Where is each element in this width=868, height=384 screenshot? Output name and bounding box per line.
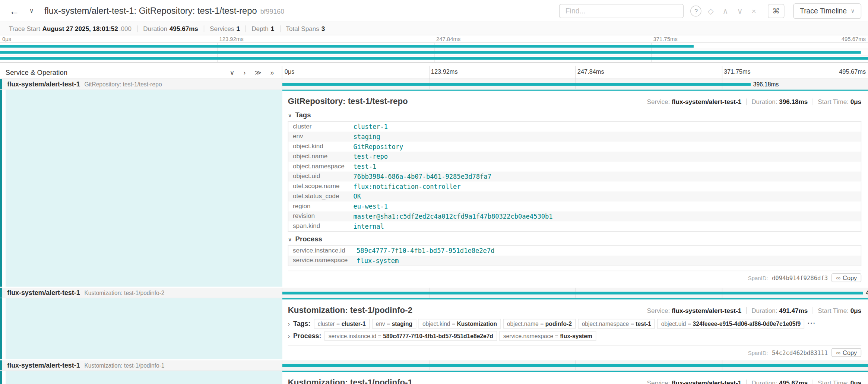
- span-name-cell[interactable]: flux-system/alert-test-1 GitRepository: …: [0, 79, 282, 89]
- minimap-span-bar: [0, 51, 861, 54]
- duration-label: Duration:: [751, 380, 777, 384]
- trace-timeline-page: ← ∨ flux-system/alert-test-1: GitReposit…: [0, 0, 868, 384]
- minimap-span-bar: [0, 57, 868, 60]
- timeline-ruler: 0μs 123.92ms 247.84ms 371.75ms 495.67ms: [282, 66, 868, 79]
- span-bar-cell[interactable]: 491.47ms: [282, 288, 868, 298]
- tag-row: otel.status_codeOK: [288, 191, 861, 201]
- tag-value: internal: [349, 221, 861, 231]
- chip-value: 589c4777-7f10-4fb1-bd57-951d1e8e2e7d: [383, 333, 493, 339]
- keyboard-shortcuts-icon[interactable]: ⌘: [768, 4, 785, 18]
- process-table: service.instance.id589c4777-7f10-4fb1-bd…: [288, 245, 861, 266]
- tag-chip: object.namespace=test-1: [578, 319, 655, 329]
- span-bar[interactable]: [282, 364, 868, 366]
- prev-result-icon[interactable]: ∧: [720, 5, 731, 16]
- ruler-tick: 495.67ms: [839, 68, 866, 75]
- collapse-one-icon[interactable]: ∨: [230, 69, 235, 76]
- service-label: Service:: [647, 307, 670, 314]
- summary-item-value: 1: [271, 25, 275, 32]
- span-duration-label: 491.47ms: [866, 289, 868, 296]
- copy-spanid-button[interactable]: ∞ Copy: [832, 273, 862, 282]
- service-value: flux-system/alert-test-1: [672, 307, 741, 314]
- span-row[interactable]: flux-system/alert-test-1 Kustomization: …: [0, 360, 868, 371]
- trace-timeline-dropdown[interactable]: Trace Timeline ∨: [793, 3, 861, 19]
- tags-section-toggle[interactable]: ∨ Tags: [288, 111, 861, 119]
- minimap-canvas[interactable]: [0, 42, 868, 62]
- span-operation-name: GitRepository: test-1/test-repo: [84, 81, 162, 88]
- chip-value: 324feeee-e915-4d06-af86-0d0e7c1e05f9: [693, 320, 801, 327]
- chevron-down-icon: ∨: [288, 112, 292, 118]
- tag-row: span.kindinternal: [288, 221, 861, 231]
- span-bar-cell[interactable]: 396.18ms: [282, 79, 868, 89]
- clear-search-icon[interactable]: ×: [749, 5, 759, 16]
- start-time-label: Start Time:: [818, 380, 849, 384]
- copy-spanid-button[interactable]: ∞ Copy: [832, 348, 862, 357]
- minimap-span-row: [0, 55, 868, 61]
- span-service-name: flux-system/alert-test-1: [7, 289, 80, 297]
- help-icon[interactable]: ?: [691, 5, 702, 16]
- chip-value: staging: [392, 320, 412, 327]
- span-bar-cell[interactable]: [282, 360, 868, 370]
- tag-key: revision: [288, 212, 349, 222]
- back-button[interactable]: ←: [7, 4, 22, 18]
- expand-one-icon[interactable]: ›: [243, 69, 245, 76]
- process-section-toggle[interactable]: ∨ Process: [288, 235, 861, 243]
- gridline: [722, 66, 722, 79]
- span-bar[interactable]: [282, 291, 863, 294]
- timeline-minimap[interactable]: 0μs 123.92ms 247.84ms 371.75ms 495.67ms: [0, 35, 868, 63]
- span-name-cell[interactable]: flux-system/alert-test-1 Kustomization: …: [0, 360, 282, 370]
- tag-chip: object.uid=324feeee-e915-4d06-af86-0d0e7…: [657, 319, 804, 329]
- duration-value: 491.47ms: [779, 307, 808, 314]
- service-operation-header: Service & Operation ∨ › ≫ »: [0, 66, 282, 79]
- span-detail-header: Kustomization: test-1/podinfo-1 Service:…: [288, 374, 861, 384]
- duration-value: 396.18ms: [779, 99, 808, 105]
- span-name-cell[interactable]: flux-system/alert-test-1 Kustomization: …: [0, 288, 282, 298]
- next-result-icon[interactable]: ∨: [734, 5, 745, 16]
- minimap-tick: 247.84ms: [436, 36, 460, 42]
- minimap-tick: 123.92ms: [219, 36, 243, 42]
- start-time-label: Start Time:: [818, 99, 849, 105]
- span-bar[interactable]: [282, 83, 750, 85]
- tag-value: test-repo: [349, 152, 861, 162]
- find-input[interactable]: [559, 4, 684, 18]
- process-collapsed-row[interactable]: › Process: service.instance.id=589c4777-…: [288, 330, 861, 341]
- tag-chip: cluster=cluster-1: [314, 319, 370, 329]
- span-detail-row: Kustomization: test-1/podinfo-2 Service:…: [0, 298, 868, 359]
- start-time-value: 0μs: [850, 380, 861, 384]
- tag-key: cluster: [288, 121, 349, 131]
- summary-items: Duration 495.67msServices 1Depth 1Total …: [137, 25, 330, 32]
- trace-summary-bar: Trace Start August 27 2025, 18:01:52 .00…: [0, 22, 868, 35]
- expand-all-icon[interactable]: »: [270, 69, 274, 76]
- chip-equals: =: [378, 333, 381, 339]
- span-detail-title: Kustomization: test-1/podinfo-2: [288, 305, 412, 314]
- chip-key: otel.scope.name: [811, 320, 853, 327]
- span-detail-panel: GitRepository: test-1/test-repo Service:…: [282, 90, 868, 287]
- tag-row: object.namespacetest-1: [288, 162, 861, 172]
- span-detail-footer: SpanID: 54c2cd462bd83111 ∞ Copy: [288, 345, 861, 357]
- service-label: Service:: [647, 380, 670, 384]
- span-row[interactable]: flux-system/alert-test-1 GitRepository: …: [0, 79, 868, 89]
- tags-collapsed-row[interactable]: › Tags: cluster=cluster-1env=stagingobje…: [288, 318, 861, 329]
- tag-value: flux:notification-controller: [349, 181, 861, 191]
- chevron-down-icon: ∨: [288, 236, 292, 242]
- collapse-header-chevron-icon[interactable]: ∨: [26, 6, 37, 15]
- span-row[interactable]: flux-system/alert-test-1 Kustomization: …: [0, 288, 868, 298]
- minimap-tick: 495.67ms: [842, 36, 866, 42]
- duration-label: Duration:: [751, 99, 777, 105]
- summary-item-label: Duration: [143, 25, 167, 32]
- tag-key: span.kind: [288, 221, 349, 231]
- tag-chip: env=staging: [372, 319, 416, 329]
- chip-key: object.kind: [422, 320, 450, 327]
- span-detail-footer: SpanID: d094b914f9286df3 ∞ Copy: [288, 271, 861, 282]
- process-chip: service.instance.id=589c4777-7f10-4fb1-b…: [324, 331, 497, 341]
- chip-equals: =: [631, 320, 634, 327]
- tag-key: env: [288, 132, 349, 142]
- summary-item-value: 495.67ms: [170, 25, 198, 32]
- collapse-all-icon[interactable]: ≫: [254, 69, 262, 76]
- span-id-value: d094b914f9286df3: [772, 274, 828, 281]
- copy-label: Copy: [843, 349, 857, 356]
- tag-value: GitRepository: [349, 142, 861, 152]
- chip-equals: =: [336, 320, 340, 327]
- match-diamond-icon[interactable]: ◇: [705, 5, 716, 16]
- chip-value: flux-system: [560, 333, 592, 339]
- span-service-name: flux-system/alert-test-1: [7, 80, 80, 88]
